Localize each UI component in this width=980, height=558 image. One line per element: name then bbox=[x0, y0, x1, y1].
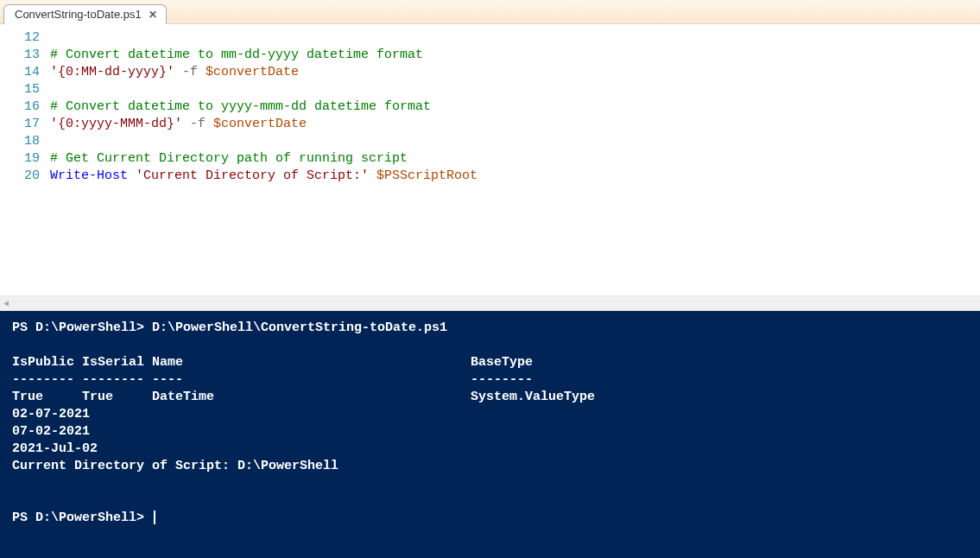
file-tab[interactable]: ConvertString-toDate.ps1 ✕ bbox=[3, 4, 167, 24]
close-icon[interactable]: ✕ bbox=[149, 9, 157, 21]
tab-bar: ConvertString-toDate.ps1 ✕ bbox=[0, 0, 980, 24]
line-number: 16 bbox=[0, 98, 40, 116]
code-line: # Convert datetime to mm-dd-yyyy datetim… bbox=[50, 47, 477, 64]
terminal-line: PS D:\PowerShell> D:\PowerShell\ConvertS… bbox=[12, 320, 968, 337]
terminal-line bbox=[12, 337, 968, 354]
terminal-line bbox=[12, 492, 968, 510]
code-editor[interactable]: 121314151617181920 # Convert datetime to… bbox=[0, 24, 980, 295]
line-number: 18 bbox=[0, 133, 40, 150]
line-number: 20 bbox=[0, 168, 40, 185]
terminal-line: 07-02-2021 bbox=[12, 423, 968, 441]
line-number: 14 bbox=[0, 64, 40, 81]
code-line: Write-Host 'Current Directory of Script:… bbox=[50, 168, 477, 185]
terminal-line bbox=[12, 475, 968, 492]
tab-title: ConvertString-toDate.ps1 bbox=[15, 8, 142, 21]
terminal-line: -------- -------- ---- -------- bbox=[12, 371, 968, 389]
scroll-left-icon[interactable]: ◀ bbox=[3, 298, 9, 308]
line-number: 19 bbox=[0, 150, 40, 168]
line-number: 12 bbox=[0, 29, 40, 47]
line-gutter: 121314151617181920 bbox=[0, 24, 50, 295]
terminal-line: PS D:\PowerShell> bbox=[12, 510, 968, 527]
code-line: '{0:MM-dd-yyyy}' -f $convertDate bbox=[50, 64, 477, 81]
terminal-line: True True DateTime System.ValueType bbox=[12, 389, 968, 406]
horizontal-scrollbar[interactable]: ◀ bbox=[0, 295, 980, 311]
terminal-line: Current Directory of Script: D:\PowerShe… bbox=[12, 458, 968, 475]
code-line bbox=[50, 81, 477, 98]
code-content[interactable]: # Convert datetime to mm-dd-yyyy datetim… bbox=[50, 24, 477, 295]
code-line: # Convert datetime to yyyy-mmm-dd dateti… bbox=[50, 98, 477, 116]
code-line: # Get Current Directory path of running … bbox=[50, 150, 477, 168]
terminal-line: 2021-Jul-02 bbox=[12, 441, 968, 458]
terminal-cursor bbox=[154, 510, 155, 524]
terminal-line: IsPublic IsSerial Name BaseType bbox=[12, 354, 968, 371]
code-line: '{0:yyyy-MMM-dd}' -f $convertDate bbox=[50, 116, 477, 133]
line-number: 13 bbox=[0, 47, 40, 64]
code-line bbox=[50, 133, 477, 150]
terminal-line: 02-07-2021 bbox=[12, 406, 968, 423]
line-number: 15 bbox=[0, 81, 40, 98]
code-line bbox=[50, 29, 477, 47]
terminal-pane[interactable]: PS D:\PowerShell> D:\PowerShell\ConvertS… bbox=[0, 311, 980, 558]
line-number: 17 bbox=[0, 116, 40, 133]
